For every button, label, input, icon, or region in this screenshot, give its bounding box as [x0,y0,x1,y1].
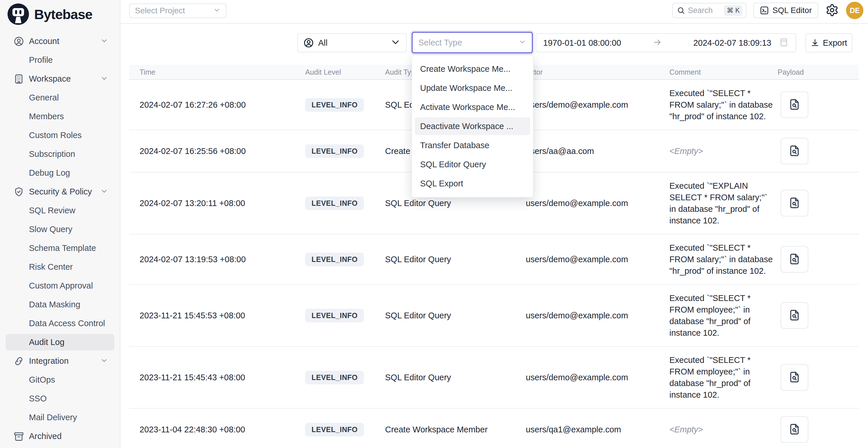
sidebar-nav: AccountProfileWorkspaceGeneralMembersCus… [0,32,120,446]
export-label: Export [823,38,847,48]
arrow-right-icon [621,38,693,48]
active-item-highlight [5,89,114,106]
sidebar-item-custom-approval[interactable]: Custom Approval [0,277,120,295]
sidebar-item-audit-log[interactable]: Audit Log [0,333,120,352]
type-menu-item-label: SQL Export [420,179,463,188]
cell-time: 2024-02-07 13:20:11 +08:00 [129,198,305,208]
active-item-highlight [5,372,114,388]
cell-comment: <Empty> [670,424,778,435]
payload-view-button[interactable] [781,246,808,273]
link-icon [13,356,24,367]
column-header-time: Time [129,68,305,76]
type-menu-item-create-workspace-me[interactable]: Create Workspace Me... [412,59,533,78]
sidebar-item-general[interactable]: General [0,88,120,107]
cell-audit-level: LEVEL_INFO [305,309,385,322]
date-range-picker[interactable]: 1970-01-01 08:00:00 2024-02-07 18:09:13 [536,33,796,53]
sidebar-item-risk-center[interactable]: Risk Center [0,258,120,277]
cell-payload [778,364,859,391]
type-filter-menu: Create Workspace Me...Update Workspace M… [412,55,533,197]
actor-filter-select[interactable]: All [297,33,407,53]
brand-name: Bytebase [34,6,92,22]
file-search-icon [788,309,801,322]
sidebar-item-account[interactable]: Account [0,32,120,51]
sidebar-item-slow-query[interactable]: Slow Query [0,220,120,239]
search-icon [677,6,685,14]
sidebar-item-workspace[interactable]: Workspace [0,69,120,88]
sidebar-item-security-policy[interactable]: Security & Policy [0,182,120,201]
sidebar-item-label: Slow Query [29,225,72,234]
search-placeholder: Search [688,6,721,15]
calendar-icon [779,37,789,48]
cell-actor: users/demo@example.com [526,373,670,382]
payload-view-button[interactable] [781,364,808,391]
export-button[interactable]: Export [805,33,852,53]
type-menu-item-update-workspace-me[interactable]: Update Workspace Me... [412,78,533,98]
settings-button[interactable] [825,3,839,18]
cell-comment: Executed `"SELECT * FROM employee;"` in … [670,292,778,339]
sidebar-item-integration[interactable]: Integration [0,352,120,371]
bytebase-logo[interactable]: Bytebase [0,0,120,25]
sidebar-item-label: Custom Roles [29,130,82,140]
cell-comment: Executed `"SELECT * FROM salary;"` in da… [670,242,778,277]
sidebar-item-subscription[interactable]: Subscription [0,145,120,163]
avatar[interactable]: DE [846,2,863,19]
cell-payload [778,91,859,118]
sidebar-item-label: Debug Log [29,168,70,178]
cell-time: 2023-11-21 15:45:43 +08:00 [129,373,305,382]
cell-audit-level: LEVEL_INFO [305,423,385,437]
column-header-comment: Comment [670,68,778,76]
type-menu-item-sql-editor-query[interactable]: SQL Editor Query [412,155,533,174]
sidebar-item-profile[interactable]: Profile [0,51,120,69]
type-menu-item-transfer-database[interactable]: Transfer Database [412,136,533,155]
sidebar-item-data-access-control[interactable]: Data Access Control [0,314,120,333]
sidebar-item-gitops[interactable]: GitOps [0,371,120,389]
cell-payload [778,302,859,329]
column-header-actor: Actor [526,68,670,76]
cell-payload [778,190,859,217]
gear-icon [826,3,839,17]
type-menu-item-deactivate-workspace[interactable]: Deactivate Workspace ... [412,117,533,136]
chevron-down-icon [390,37,401,49]
type-filter-select[interactable]: Select Type [412,32,533,53]
type-filter-placeholder: Select Type [418,38,519,47]
payload-view-button[interactable] [781,416,808,443]
cell-audit-level: LEVEL_INFO [305,145,385,158]
payload-view-button[interactable] [781,302,808,329]
type-menu-item-label: Update Workspace Me... [420,83,513,93]
sidebar-item-sso[interactable]: SSO [0,389,120,408]
cell-time: 2024-02-07 13:19:53 +08:00 [129,255,305,264]
cell-audit-type: SQL Editor Query [385,373,526,382]
date-end: 2024-02-07 18:09:13 [693,38,771,48]
cell-actor: users/demo@example.com [526,255,670,264]
sidebar-item-debug-log[interactable]: Debug Log [0,163,120,182]
sidebar-item-archived[interactable]: Archived [0,427,120,446]
payload-view-button[interactable] [781,138,808,164]
chevron-down-icon [519,38,526,47]
cell-audit-type: Create Workspace Member [385,425,526,435]
sidebar-item-members[interactable]: Members [0,107,120,126]
audit-level-badge: LEVEL_INFO [305,371,364,384]
type-menu-item-activate-workspace-me[interactable]: Activate Workspace Me... [412,98,533,117]
sidebar-item-schema-template[interactable]: Schema Template [0,239,120,258]
cell-audit-level: LEVEL_INFO [305,196,385,210]
project-select[interactable]: Select Project [129,3,226,18]
sql-editor-button[interactable]: SQL Editor [753,3,818,18]
sidebar-item-sql-review[interactable]: SQL Review [0,201,120,220]
active-item-highlight [5,52,114,68]
sidebar-item-label: Schema Template [29,244,96,253]
sidebar-item-label: Risk Center [29,262,73,272]
payload-view-button[interactable] [781,190,808,217]
sidebar-item-mail-delivery[interactable]: Mail Delivery [0,408,120,427]
cell-audit-level: LEVEL_INFO [305,253,385,266]
download-icon [811,38,819,47]
table-row: 2023-11-04 22:48:30 +08:00LEVEL_INFOCrea… [129,409,859,448]
search-input[interactable]: Search ⌘ K [672,3,746,18]
type-menu-item-sql-export[interactable]: SQL Export [412,174,533,193]
cell-comment: <Empty> [670,145,778,157]
type-menu-item-label: Activate Workspace Me... [420,102,515,112]
payload-view-button[interactable] [781,91,808,118]
file-search-icon [788,145,801,158]
sidebar-item-data-masking[interactable]: Data Masking [0,295,120,314]
sidebar-item-custom-roles[interactable]: Custom Roles [0,126,120,145]
audit-level-badge: LEVEL_INFO [305,423,364,437]
